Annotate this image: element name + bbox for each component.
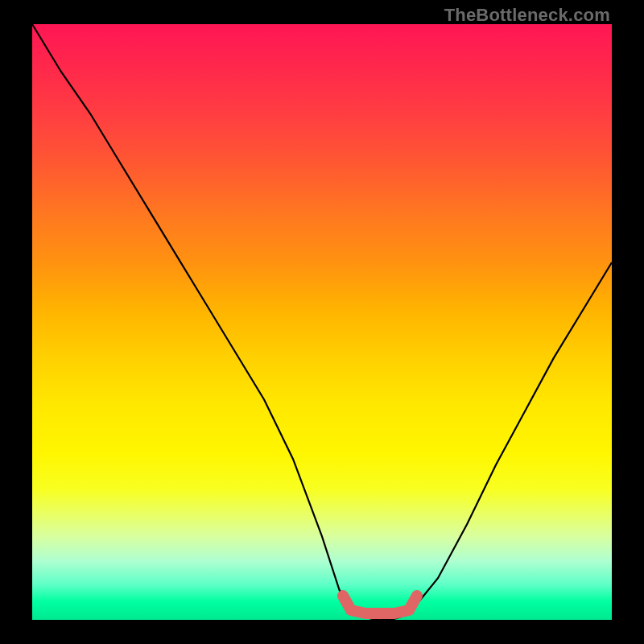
plot-area	[32, 24, 612, 620]
chart-container: TheBottleneck.com	[0, 0, 644, 644]
optimal-zone-marker	[343, 596, 417, 613]
bottleneck-curve-path	[32, 24, 612, 620]
curve-svg	[32, 24, 612, 620]
watermark-text: TheBottleneck.com	[444, 5, 610, 26]
